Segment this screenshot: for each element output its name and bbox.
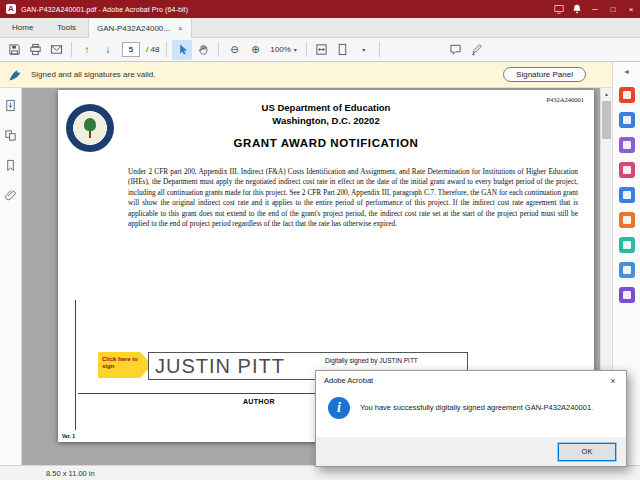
- page-size-label: 8.50 x 11.00 in: [46, 469, 95, 478]
- page-view-button[interactable]: [333, 40, 353, 60]
- signature-valid-icon: [8, 67, 23, 82]
- select-tool-button[interactable]: [172, 40, 192, 60]
- dialog-close-icon[interactable]: ×: [600, 371, 626, 390]
- dialog-titlebar: Adobe Acrobat ×: [316, 371, 626, 390]
- tab-bar: Home Tools GAN-P432A24000... ×: [0, 18, 640, 38]
- dialog-footer: OK: [316, 437, 626, 466]
- fill-sign-tool[interactable]: [619, 287, 635, 303]
- titlebar: A GAN-P432A240001.pdf - Adobe Acrobat Pr…: [0, 0, 640, 18]
- tab-document-label: GAN-P432A24000...: [97, 24, 170, 33]
- minimize-button[interactable]: ─: [586, 0, 604, 18]
- comment-tool[interactable]: [619, 162, 635, 178]
- dialog-message: You have successfully digitally signed a…: [360, 397, 593, 419]
- maximize-button[interactable]: □: [604, 0, 622, 18]
- email-button[interactable]: [46, 40, 66, 60]
- toolbar-separator: [166, 42, 167, 57]
- bookmarks-icon[interactable]: [4, 158, 17, 176]
- close-button[interactable]: ×: [622, 0, 640, 18]
- next-page-button[interactable]: ↓: [98, 40, 118, 60]
- acrobat-app-icon: A: [6, 4, 16, 14]
- edit-pdf-tool[interactable]: [619, 112, 635, 128]
- zoom-in-button[interactable]: ⊕: [245, 40, 265, 60]
- create-pdf-tool[interactable]: [619, 137, 635, 153]
- version-label: Ver. 1: [62, 433, 75, 439]
- toolbar-separator: [306, 42, 307, 57]
- page-header-line1: US Department of Education: [58, 102, 594, 113]
- collapse-panel-icon[interactable]: ◄: [623, 68, 630, 75]
- attachments-paperclip-icon[interactable]: [4, 188, 17, 206]
- combine-files-tool[interactable]: [619, 187, 635, 203]
- export-pdf-tool[interactable]: [619, 87, 635, 103]
- author-label: AUTHOR: [243, 398, 275, 405]
- previous-page-button[interactable]: ↑: [77, 40, 97, 60]
- page-body-paragraph: Under 2 CFR part 200, Appendix III, Indi…: [128, 167, 578, 229]
- zoom-level-dropdown[interactable]: 100% ▾: [266, 40, 300, 60]
- zoom-level-value: 100%: [270, 45, 290, 54]
- tab-document[interactable]: GAN-P432A24000... ×: [88, 18, 192, 38]
- compress-pdf-tool[interactable]: [619, 237, 635, 253]
- window-title: GAN-P432A240001.pdf - Adobe Acrobat Pro …: [21, 6, 188, 13]
- dialog-body: i You have successfully digitally signed…: [316, 390, 626, 426]
- adobe-acrobat-dialog: Adobe Acrobat × i You have successfully …: [315, 370, 627, 467]
- page-title: GRANT AWARD NOTIFICATION: [58, 137, 594, 149]
- page-number-input[interactable]: 5: [122, 42, 140, 57]
- scrollbar-thumb[interactable]: [602, 101, 611, 139]
- left-nav-rail: [0, 88, 22, 465]
- toolbar: ↑ ↓ 5 / 48 ⊖ ⊕ 100% ▾ ▾: [0, 38, 640, 62]
- share-screen-icon[interactable]: [550, 0, 568, 18]
- save-button[interactable]: [4, 40, 24, 60]
- signature-status-bar: Signed and all signatures are valid. Sig…: [0, 62, 612, 88]
- info-icon: i: [328, 397, 350, 419]
- tab-tools[interactable]: Tools: [45, 18, 88, 37]
- notifications-bell-icon[interactable]: [568, 0, 586, 18]
- tab-home[interactable]: Home: [0, 18, 45, 37]
- signature-detail: Digitally signed by JUSTIN PITT: [325, 357, 418, 364]
- page-view-dropdown-icon[interactable]: ▾: [354, 40, 374, 60]
- sign-pen-button[interactable]: [467, 40, 487, 60]
- page-thumbnails-icon[interactable]: [4, 128, 17, 146]
- page-count-label: / 48: [144, 45, 161, 54]
- status-bar: 8.50 x 11.00 in: [0, 465, 640, 480]
- organize-pages-tool[interactable]: [619, 212, 635, 228]
- page-header-line2: Washington, D.C. 20202: [58, 115, 594, 126]
- right-tools-icons: [619, 87, 635, 303]
- toolbar-separator: [379, 42, 380, 57]
- signature-name: JUSTIN PITT: [155, 355, 285, 378]
- chevron-down-icon: ▾: [294, 46, 297, 53]
- toolbar-separator: [218, 42, 219, 57]
- protect-tool[interactable]: [619, 262, 635, 278]
- form-table-border: [75, 300, 76, 430]
- tab-close-icon[interactable]: ×: [178, 24, 183, 33]
- hand-tool-button[interactable]: [193, 40, 213, 60]
- dialog-title: Adobe Acrobat: [324, 376, 373, 385]
- export-icon[interactable]: [4, 98, 17, 116]
- ok-button[interactable]: OK: [558, 443, 616, 461]
- signature-panel-button[interactable]: Signature Panel: [503, 67, 586, 82]
- comment-button[interactable]: [446, 40, 466, 60]
- print-button[interactable]: [25, 40, 45, 60]
- fit-width-button[interactable]: [312, 40, 332, 60]
- sign-here-flag[interactable]: Click here to sign: [98, 352, 152, 378]
- zoom-out-button[interactable]: ⊖: [224, 40, 244, 60]
- toolbar-separator: [71, 42, 72, 57]
- signature-status-message: Signed and all signatures are valid.: [31, 70, 156, 79]
- scroll-up-icon[interactable]: ▲: [601, 88, 612, 100]
